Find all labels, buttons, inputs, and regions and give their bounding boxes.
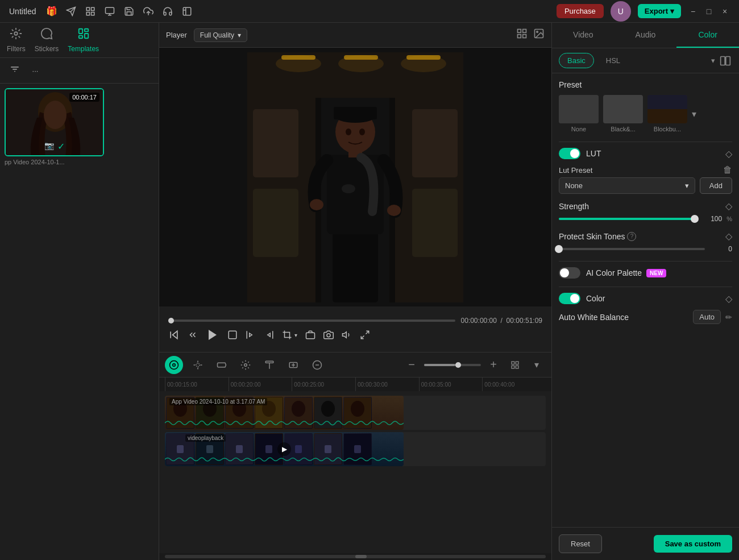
scrollbar-thumb[interactable] (355, 555, 367, 558)
filter-sort-icon[interactable] (7, 63, 23, 78)
player-toolbar: Player Full Quality ▾ (159, 23, 551, 48)
volume-button[interactable] (342, 330, 352, 340)
gift-icon[interactable]: 🎁 (45, 5, 59, 18)
subtab-basic[interactable]: Basic (559, 53, 594, 68)
minimize-button[interactable]: − (688, 6, 698, 16)
sidebar-content: 00:00:17 📷 ✓ pp Video 2024-10-1... (0, 84, 159, 560)
tab-video[interactable]: Video (552, 23, 615, 48)
sidebar-tab-stickers[interactable]: Stickers (35, 27, 59, 53)
sidebar-tab-templates[interactable]: Templates (68, 27, 99, 53)
svg-point-55 (359, 128, 365, 135)
strength-knob[interactable] (691, 215, 699, 223)
ai-color-toggle[interactable] (559, 267, 580, 279)
send-icon[interactable] (64, 5, 78, 18)
track-segment-2[interactable]: ▶ videoplayback (165, 432, 404, 466)
screenshot-button[interactable] (323, 330, 334, 340)
reset-button[interactable]: Reset (559, 534, 602, 553)
video-frame (247, 52, 463, 302)
tab-color[interactable]: Color (676, 23, 739, 48)
zoom-in-button[interactable]: + (484, 356, 503, 374)
cloud-icon[interactable] (142, 5, 155, 18)
export-button[interactable]: Export ▾ (638, 4, 681, 18)
headphones-icon[interactable] (161, 5, 175, 18)
svg-rect-103 (295, 445, 302, 453)
info-icon[interactable]: ? (627, 232, 636, 241)
zoom-out-button[interactable]: − (402, 356, 421, 374)
preset-item-blockbuster[interactable]: Blockbu... (647, 95, 687, 132)
skip-back-button[interactable] (168, 329, 180, 341)
svg-point-93 (351, 401, 364, 417)
timeline-audio-button[interactable] (236, 356, 255, 374)
zoom-slider[interactable] (424, 364, 481, 366)
color-toggle-row: Color ◇ (559, 293, 732, 304)
stop-button[interactable] (227, 330, 238, 340)
lut-toggle[interactable] (559, 148, 580, 159)
svg-rect-3 (92, 7, 94, 10)
skin-knob[interactable] (555, 245, 563, 253)
color-toggle-knob (570, 294, 579, 303)
sidebar-tab-filters[interactable]: Filters (7, 27, 26, 53)
fullscreen-flip-button[interactable] (305, 330, 315, 340)
image-icon[interactable] (533, 28, 545, 42)
step-back-button[interactable] (188, 330, 198, 340)
grid-view-icon[interactable] (516, 28, 528, 42)
ruler-mark-4: 00:00:30:00 (355, 378, 419, 391)
timeline-more-button[interactable]: ▾ (528, 356, 546, 374)
layout-icon[interactable] (180, 5, 194, 18)
skin-slider[interactable] (559, 248, 705, 250)
timeline-main-button[interactable] (165, 356, 183, 374)
timeline-mark-button[interactable] (213, 356, 231, 374)
svg-rect-40 (253, 109, 298, 177)
preset-scroll-arrow[interactable]: ▾ (692, 109, 696, 119)
quality-select[interactable]: Full Quality ▾ (194, 28, 247, 42)
lut-preset-label: Lut Preset (559, 166, 592, 175)
pencil-icon[interactable]: ✏ (725, 313, 732, 322)
color-toggle[interactable] (559, 293, 580, 304)
strength-slider[interactable] (559, 218, 695, 220)
play-button[interactable] (206, 328, 219, 342)
monitor-icon[interactable] (103, 5, 117, 18)
more-options-icon[interactable]: ··· (27, 63, 43, 78)
timeline-delete-button[interactable] (308, 356, 326, 374)
lut-select[interactable]: None ▾ (559, 177, 695, 194)
scrollbar-track[interactable] (165, 555, 546, 558)
add-lut-button[interactable]: Add (700, 177, 732, 194)
timeline-text-button[interactable] (260, 356, 279, 374)
filters-label: Filters (7, 45, 26, 53)
timeline-add-button[interactable] (284, 356, 302, 374)
skin-tones-section: Protect Skin Tones ? ◇ 0 (559, 231, 732, 253)
ruler-mark-2: 00:00:20:00 (229, 378, 292, 391)
mark-in-button[interactable] (246, 330, 256, 340)
strength-unit: % (726, 215, 732, 222)
maximize-button[interactable]: □ (704, 6, 714, 16)
tab-audio[interactable]: Audio (615, 23, 677, 48)
grid-layout-button[interactable] (506, 356, 524, 374)
close-button[interactable]: × (720, 6, 730, 16)
track-label-2: videoplayback (185, 434, 226, 442)
trash-icon[interactable]: 🗑 (723, 165, 732, 175)
auto-wb-value[interactable]: Auto (693, 310, 721, 324)
avatar[interactable]: U (611, 1, 631, 22)
preset-item-none[interactable]: None (559, 95, 599, 132)
track-segment-1[interactable]: App Video 2024-10-10 at 3.17.07 AM (165, 396, 404, 430)
purchase-button[interactable]: Purchase (557, 4, 604, 18)
mark-out-button[interactable] (264, 330, 274, 340)
timeline-effects-button[interactable] (189, 356, 207, 374)
fullscreen-button[interactable] (360, 330, 370, 340)
save-custom-button[interactable]: Save as custom (654, 535, 732, 553)
video-thumbnail[interactable]: 00:00:17 📷 ✓ (5, 88, 104, 156)
stickers-label: Stickers (35, 45, 59, 53)
grid-icon[interactable] (84, 5, 97, 18)
subtab-dropdown[interactable]: ▾ (711, 56, 715, 65)
svg-rect-2 (87, 7, 90, 10)
svg-point-54 (346, 128, 351, 135)
svg-point-66 (173, 363, 176, 366)
crop-button[interactable]: ▾ (282, 330, 297, 340)
subtab-hsl[interactable]: HSL (597, 53, 629, 68)
panel-footer: Reset Save as custom (552, 527, 739, 560)
compare-icon[interactable] (719, 54, 732, 68)
svg-line-64 (361, 336, 364, 339)
progress-bar[interactable] (168, 320, 455, 322)
preset-item-black[interactable]: Black&... (603, 95, 643, 132)
save-icon[interactable] (122, 5, 136, 18)
